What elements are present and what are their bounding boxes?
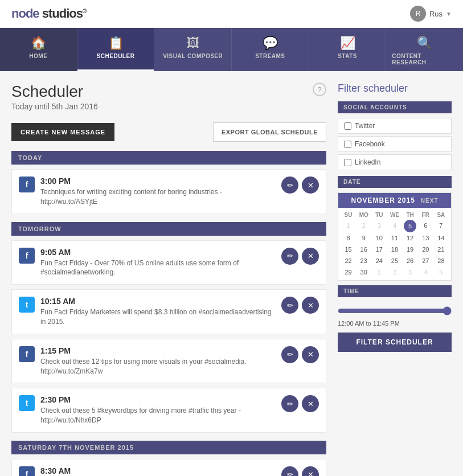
nav-home[interactable]: 🏠 HOME [0,28,77,71]
post-card: f 1:15 PM Check out these 12 tips for us… [11,339,326,384]
cal-day[interactable]: 6 [418,220,433,232]
delete-post-button[interactable]: ✕ [302,466,319,476]
cal-day[interactable]: 2 [387,266,402,278]
time-label: TIME [338,285,452,297]
linkedin-checkbox-item[interactable]: LinkedIn [338,154,452,170]
post-actions: ✏ ✕ [281,466,319,476]
cal-day-name-fr: FR [418,210,433,220]
cal-day[interactable]: 8 [341,232,356,244]
nav-stats[interactable]: 📈 STATS [309,28,387,71]
streams-icon: 💬 [263,36,278,51]
social-accounts-label: SOCIAL ACCOUNTS [338,101,452,113]
cal-day[interactable]: 16 [356,244,371,255]
twitter-checkbox-item[interactable]: Twitter [338,118,452,134]
cal-day[interactable]: 9 [356,232,371,244]
scheduler-content: Scheduler Today until 5th Jan 2016 ? CRE… [11,83,326,476]
edit-post-button[interactable]: ✏ [281,177,298,194]
post-time: 3:00 PM [40,177,276,186]
nav-stats-label: STATS [338,53,357,59]
calendar-days-header: SU MO TU WE TH FR SA [341,210,449,220]
help-icon[interactable]: ? [313,83,326,96]
twitter-checkbox[interactable] [344,122,351,130]
facebook-checkbox-item[interactable]: Facebook [338,136,452,152]
time-slider[interactable] [338,306,452,315]
post-actions: ✏ ✕ [281,248,319,265]
cal-day[interactable]: 13 [418,232,433,244]
nav-content-research[interactable]: 🔍 CONTENT RESEARCH [386,28,463,71]
cal-day[interactable]: 5 [433,266,449,278]
cal-day[interactable]: 7 [433,220,449,232]
user-menu[interactable]: R Rus ▼ [410,6,452,22]
post-text: Check out these 5 #keywordtips for drivi… [40,406,276,425]
post-time: 2:30 PM [40,395,276,404]
nav-streams[interactable]: 💬 STREAMS [232,28,309,71]
cal-day[interactable]: 1 [371,266,387,278]
calendar-next-button[interactable]: NEXT [421,198,439,204]
calendar-month: NOVEMBER 2015 [351,196,415,204]
delete-post-button[interactable]: ✕ [302,395,319,412]
cal-day[interactable]: 27 [418,255,433,266]
cal-day[interactable]: 1 [341,220,356,232]
main-nav: 🏠 HOME 📋 SCHEDULER 🖼 VISUAL COMPOSER 💬 S… [0,28,463,71]
cal-day[interactable]: 4 [387,220,402,232]
filter-sidebar: Filter scheduler SOCIAL ACCOUNTS Twitter… [338,83,452,476]
cal-day[interactable]: 28 [433,255,449,266]
saturday-section-header: SATURDAY 7TH NOVEMBER 2015 [11,441,326,454]
edit-post-button[interactable]: ✏ [281,248,298,265]
delete-post-button[interactable]: ✕ [302,297,319,314]
post-actions: ✏ ✕ [281,177,319,194]
export-global-schedule-button[interactable]: EXPORT GLOBAL SCHEDULE [213,122,326,142]
post-card: t 2:30 PM Check out these 5 #keywordtips… [11,388,326,433]
post-time: 8:30 AM [40,466,276,475]
filter-title: Filter scheduler [338,83,452,95]
avatar: R [410,6,426,22]
edit-post-button[interactable]: ✏ [281,297,298,314]
edit-post-button[interactable]: ✏ [281,466,298,476]
linkedin-checkbox[interactable] [344,159,351,166]
facebook-icon: f [19,346,35,362]
cal-day[interactable]: 2 [356,220,371,232]
cal-day[interactable]: 3 [403,266,418,278]
post-actions: ✏ ✕ [281,395,319,412]
nav-scheduler[interactable]: 📋 SCHEDULER [77,28,155,71]
edit-post-button[interactable]: ✏ [281,346,298,363]
delete-post-button[interactable]: ✕ [302,346,319,363]
cal-day[interactable]: 24 [371,255,387,266]
post-text: Techniques for writing exciting content … [40,187,276,207]
cal-day[interactable]: 15 [341,244,356,255]
nav-streams-label: STREAMS [255,53,285,59]
cal-day[interactable]: 29 [341,266,356,278]
cal-day[interactable]: 22 [341,255,356,266]
facebook-checkbox[interactable] [344,141,351,148]
cal-day[interactable]: 19 [403,244,418,255]
delete-post-button[interactable]: ✕ [302,177,319,194]
nav-content-research-label: CONTENT RESEARCH [392,53,457,65]
facebook-icon: f [19,248,35,264]
facebook-label: Facebook [355,140,385,148]
cal-day[interactable]: 10 [371,232,387,244]
post-time: 1:15 PM [40,346,276,355]
cal-day[interactable]: 11 [387,232,402,244]
cal-day[interactable]: 25 [387,255,402,266]
cal-day-name-su: SU [341,210,356,220]
cal-day[interactable]: 14 [433,232,449,244]
cal-day[interactable]: 21 [433,244,449,255]
cal-day[interactable]: 18 [387,244,402,255]
create-new-message-button[interactable]: CREATE NEW MESSAGE [11,123,114,141]
logo-node: node [11,6,39,20]
cal-day[interactable]: 4 [418,266,433,278]
cal-day[interactable]: 12 [403,232,418,244]
cal-day[interactable]: 23 [356,255,371,266]
cal-day[interactable]: 3 [371,220,387,232]
cal-day-today[interactable]: 5 [404,220,416,232]
delete-post-button[interactable]: ✕ [302,248,319,265]
post-actions: ✏ ✕ [281,346,319,363]
cal-day[interactable]: 30 [356,266,371,278]
edit-post-button[interactable]: ✏ [281,395,298,412]
cal-day[interactable]: 20 [418,244,433,255]
nav-visual-composer[interactable]: 🖼 VISUAL COMPOSER [154,28,232,71]
cal-day[interactable]: 26 [403,255,418,266]
calendar-grid: SU MO TU WE TH FR SA 1 2 3 4 5 6 7 [338,208,451,280]
filter-scheduler-button[interactable]: FILTER SCHEDULER [338,333,452,352]
cal-day[interactable]: 17 [371,244,387,255]
